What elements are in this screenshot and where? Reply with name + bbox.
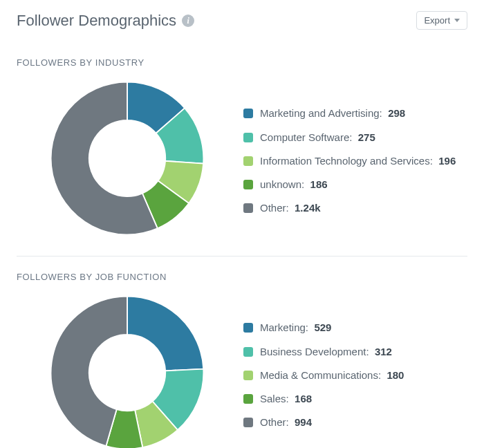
chart-section: FOLLOWERS BY INDUSTRYMarketing and Adver… <box>17 42 467 250</box>
legend-item: Other: 1.24k <box>243 201 462 215</box>
donut-chart <box>17 289 238 448</box>
legend-label: Other <box>260 202 286 214</box>
chevron-down-icon <box>454 19 460 22</box>
legend-item: Marketing: 529 <box>243 321 462 335</box>
legend-text: Business Development: 312 <box>260 345 462 359</box>
legend-swatch <box>243 394 253 404</box>
legend-value: 180 <box>387 369 404 381</box>
legend-text: Other: 1.24k <box>260 201 462 215</box>
legend-label: Other <box>260 416 286 428</box>
chart-row: Marketing and Advertising: 298Computer S… <box>17 75 467 250</box>
legend-value: 298 <box>388 107 405 119</box>
legend-swatch <box>243 418 253 427</box>
legend-value: 275 <box>358 131 375 143</box>
legend: Marketing and Advertising: 298Computer S… <box>238 100 467 225</box>
legend-label: Information Technology and Services <box>260 155 430 167</box>
legend-item: Information Technology and Services: 196 <box>243 154 462 168</box>
legend-label: Business Development <box>260 346 366 357</box>
legend-swatch <box>243 180 253 189</box>
legend-item: Sales: 168 <box>243 392 462 406</box>
legend-text: Information Technology and Services: 196 <box>260 154 462 168</box>
legend-label: Marketing and Advertising <box>260 107 380 119</box>
title-row: Follower Demographics i <box>17 12 194 30</box>
legend-swatch <box>243 156 253 166</box>
legend-value: 312 <box>375 346 392 357</box>
chart-row: Marketing: 529Business Development: 312M… <box>17 289 467 448</box>
legend-value: 186 <box>310 178 328 190</box>
legend-item: Other: 994 <box>243 416 462 429</box>
page-title: Follower Demographics <box>17 12 176 30</box>
legend-text: Computer Software: 275 <box>260 131 462 144</box>
legend-swatch <box>243 323 253 333</box>
legend-swatch <box>243 371 253 380</box>
legend-item: Computer Software: 275 <box>243 131 462 144</box>
legend-value: 196 <box>438 155 456 167</box>
export-label: Export <box>424 15 450 26</box>
legend-value: 529 <box>314 321 331 333</box>
legend-text: Marketing and Advertising: 298 <box>260 106 462 120</box>
legend-label: Sales <box>260 393 286 404</box>
legend-value: 994 <box>295 416 312 428</box>
legend-text: Marketing: 529 <box>260 321 462 335</box>
legend: Marketing: 529Business Development: 312M… <box>238 314 467 439</box>
legend-text: unknown: 186 <box>260 178 462 192</box>
legend-item: Media & Communications: 180 <box>243 368 462 382</box>
section-title: FOLLOWERS BY INDUSTRY <box>17 57 467 68</box>
legend-swatch <box>243 203 253 213</box>
legend-label: unknown <box>260 178 301 190</box>
legend-label: Marketing <box>260 321 306 333</box>
legend-item: unknown: 186 <box>243 178 462 192</box>
legend-swatch <box>243 347 253 357</box>
donut-chart <box>17 75 238 250</box>
legend-swatch <box>243 109 253 118</box>
legend-text: Media & Communications: 180 <box>260 368 462 382</box>
chart-section: FOLLOWERS BY JOB FUNCTIONMarketing: 529B… <box>17 256 467 448</box>
legend-value: 1.24k <box>295 202 321 214</box>
info-icon[interactable]: i <box>182 15 194 27</box>
legend-label: Computer Software <box>260 131 349 143</box>
legend-swatch <box>243 133 253 142</box>
legend-label: Media & Communications <box>260 369 378 381</box>
legend-item: Business Development: 312 <box>243 345 462 359</box>
export-button[interactable]: Export <box>416 11 467 30</box>
legend-text: Sales: 168 <box>260 392 462 406</box>
legend-text: Other: 994 <box>260 416 462 429</box>
follower-demographics-panel: Follower Demographics i Export FOLLOWERS… <box>0 0 484 448</box>
panel-header: Follower Demographics i Export <box>17 11 467 30</box>
section-title: FOLLOWERS BY JOB FUNCTION <box>17 272 467 282</box>
donut-slice <box>127 297 203 371</box>
legend-value: 168 <box>295 393 312 404</box>
legend-item: Marketing and Advertising: 298 <box>243 106 462 120</box>
